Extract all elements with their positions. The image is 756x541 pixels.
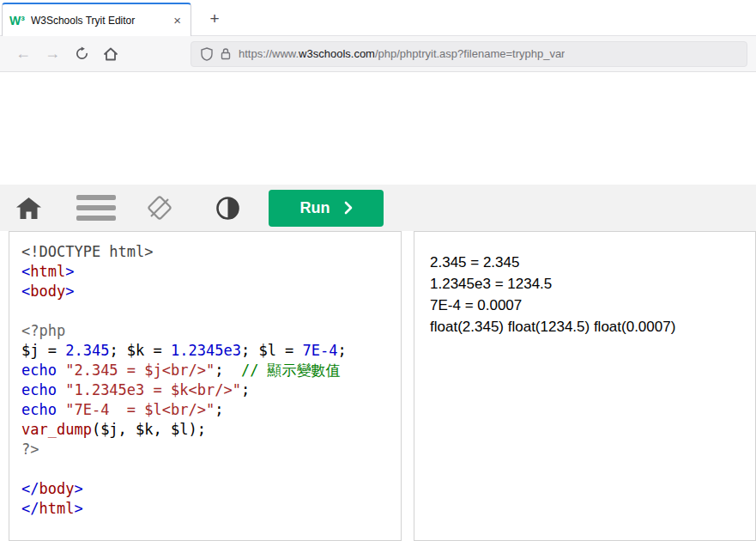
tryit-home-button[interactable] [15, 197, 42, 220]
run-chevron-icon [344, 201, 353, 215]
browser-window: W³ W3Schools Tryit Editor × + ← → [0, 0, 756, 541]
code-line: <html> [21, 262, 389, 282]
code-line: echo "7E-4 = $l<br/>"; [21, 400, 389, 420]
url-prefix: https://www. [239, 47, 299, 60]
code-line: $j = 2.345; $k = 1.2345e3; $l = 7E-4; [21, 341, 389, 361]
output-line: float(2.345) float(1234.5) float(0.0007) [430, 316, 740, 337]
url-text: https://www.w3schools.com/php/phptryit.a… [239, 47, 565, 60]
code-line [21, 301, 389, 321]
forward-button[interactable]: → [38, 41, 67, 67]
home-icon [103, 46, 118, 62]
navigation-bar: ← → https://w [0, 36, 756, 72]
code-line: <body> [21, 282, 389, 301]
run-button[interactable]: Run [269, 190, 384, 227]
new-tab-button[interactable]: + [203, 8, 226, 30]
code-line: </html> [21, 499, 389, 519]
result-lines: 2.345 = 2.3451.2345e3 = 1234.57E-4 = 0.0… [430, 252, 740, 337]
w3schools-logo-icon: W³ [9, 15, 25, 27]
run-button-label: Run [300, 199, 330, 217]
code-line: <!DOCTYPE html> [21, 242, 389, 262]
code-line: <?php [21, 321, 389, 341]
url-domain: w3schools.com [299, 47, 375, 60]
shield-icon[interactable] [201, 47, 213, 61]
code-lines: <!DOCTYPE html><html><body> <?php$j = 2.… [21, 242, 389, 519]
browser-tab[interactable]: W³ W3Schools Tryit Editor × [2, 3, 191, 36]
reload-icon [75, 46, 89, 61]
output-line: 7E-4 = 0.0007 [430, 295, 740, 316]
tab-close-icon[interactable]: × [171, 13, 184, 27]
address-bar[interactable]: https://www.w3schools.com/php/phptryit.a… [191, 41, 747, 67]
back-button[interactable]: ← [9, 41, 38, 67]
output-line: 1.2345e3 = 1234.5 [430, 273, 740, 295]
code-line [21, 459, 389, 479]
result-panel: 2.345 = 2.3451.2345e3 = 1234.57E-4 = 0.0… [414, 231, 756, 541]
home-filled-icon [15, 197, 42, 220]
home-button[interactable] [96, 41, 125, 67]
tryit-toolbar: Run [0, 185, 756, 231]
code-line: echo "1.2345e3 = $k<br/>"; [21, 380, 389, 400]
code-line: ?> [21, 440, 389, 459]
hamburger-icon [76, 195, 116, 221]
code-line: var_dump($j, $k, $l); [21, 420, 389, 440]
code-editor[interactable]: <!DOCTYPE html><html><body> <?php$j = 2.… [9, 231, 402, 541]
half-circle-icon [215, 196, 240, 221]
theme-toggle-button[interactable] [143, 191, 176, 224]
tab-title: W3Schools Tryit Editor [31, 15, 165, 27]
tab-bar: W³ W3Schools Tryit Editor × + [0, 0, 756, 36]
output-line: 2.345 = 2.345 [430, 252, 740, 273]
code-line: </body> [21, 479, 389, 499]
diamond-slash-icon [143, 191, 176, 224]
menu-button[interactable] [76, 195, 116, 221]
reload-button[interactable] [67, 41, 96, 67]
contrast-button[interactable] [215, 196, 240, 221]
code-line: echo "2.345 = $j<br/>"; // 顯示變數值 [21, 361, 389, 380]
lock-icon[interactable] [221, 47, 231, 60]
url-path: /php/phptryit.asp?filename=tryphp_var [375, 47, 565, 60]
